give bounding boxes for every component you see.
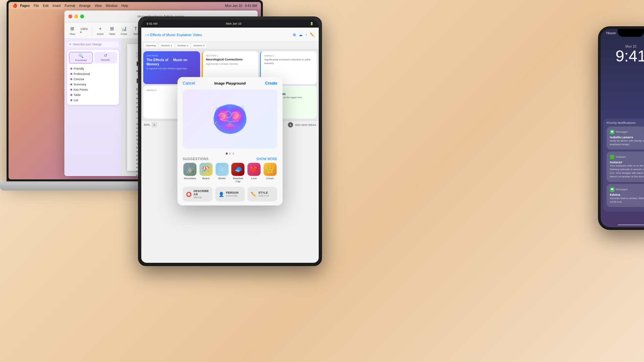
menu-edit[interactable]: Edit <box>43 4 49 8</box>
rewrite-icon: ↺ <box>104 53 107 58</box>
ipad-add-ideas: ADD NEW IDEAS <box>295 124 316 126</box>
iphone-notch <box>618 29 644 37</box>
svg-text:🎸: 🎸 <box>214 121 218 125</box>
sidebar-item-summary[interactable]: Summary <box>69 82 117 87</box>
menu-help[interactable]: Help <box>121 4 128 8</box>
baseball-icon: 🧢 <box>231 163 244 176</box>
sidebar-item-list[interactable]: List <box>69 98 117 103</box>
style-icon: ✏️ <box>251 192 256 197</box>
menu-pages[interactable]: Pages <box>20 4 30 8</box>
ai-create-button[interactable]: Create <box>265 81 277 86</box>
dot-icon <box>70 89 72 91</box>
ipad-zoom-plus[interactable]: + <box>152 122 157 127</box>
ipad-tool-icon-2[interactable]: ☁ <box>299 33 303 37</box>
ai-dialog-title: Image Playground <box>214 81 245 85</box>
ipad-section-1[interactable]: Section 1 <box>159 43 174 48</box>
ipad-tool-icon-3[interactable]: ↑ <box>305 33 307 37</box>
notification-2[interactable]: 🛒 Instacart Instacart Your Instacart ord… <box>607 151 644 182</box>
ipad-tool-icon-4[interactable]: ✏️ <box>310 33 315 37</box>
notif2-header: 🛒 Instacart <box>610 155 644 159</box>
menu-window[interactable]: Window <box>106 4 118 8</box>
writing-tools-row: 🔍 Proofread ↺ Rewrite <box>69 52 117 63</box>
sidebar-item-professional[interactable]: Professional <box>69 71 117 77</box>
menubar-date: Mon Jun 10 <box>225 4 242 8</box>
dot-icon <box>70 78 72 80</box>
sidebar-item-concise[interactable]: Concise <box>69 77 117 82</box>
toolbar-insert[interactable]: + Insert <box>95 24 105 37</box>
sidebar-header: ✦ Describe your change <box>67 41 119 47</box>
ai-person-btn[interactable]: 👤 PERSON CHOOSE... <box>215 187 245 202</box>
ai-dot-2[interactable] <box>229 153 231 155</box>
ai-cancel-button[interactable]: Cancel <box>183 81 195 86</box>
card-section1-title: Neurological Connections <box>206 58 255 62</box>
notif-group-header: Priority Notifications <box>607 121 644 124</box>
love-icon: ❤️ <box>247 163 261 176</box>
ai-image-dialog: Cancel Image Playground Create ••• <box>177 77 283 206</box>
window-controls[interactable] <box>68 14 84 18</box>
menu-view[interactable]: View <box>95 4 102 8</box>
ipad-tool-icon-1[interactable]: ⊕ <box>293 33 296 37</box>
pages-sidebar: ✦ Describe your change 🔍 Proofread ↺ <box>64 39 122 176</box>
apple-menu[interactable]: 🍎 <box>12 3 17 8</box>
toolbar-zoom[interactable]: 136% ▾ <box>79 26 89 35</box>
dot-icon <box>70 99 72 101</box>
style-btn-sub: SKETCH <box>258 194 269 197</box>
ai-suggestion-winter[interactable]: ❄️ Winter <box>215 163 229 183</box>
dot-icon <box>70 68 72 70</box>
notif3-header: 💬 Messages <box>610 187 644 192</box>
dot-icon <box>70 83 72 85</box>
ipad-doc-title-label: < Effects of Music Explainer Video <box>147 33 202 37</box>
sidebar-list: Friendly Professional Concise <box>69 66 117 103</box>
ai-suggestion-mountains[interactable]: ⛰️ Mountains <box>183 163 197 183</box>
table-icon: ⊞ <box>109 25 115 32</box>
notif2-sender: Instacart <box>610 161 644 164</box>
iphone-lock-time-display: 9:41 <box>601 48 644 64</box>
iphone-carrier: Tiburon <box>606 32 616 35</box>
menu-format[interactable]: Format <box>65 4 75 8</box>
toolbar-chart[interactable]: 📊 Chart <box>119 24 129 37</box>
ai-dot-1[interactable] <box>226 153 228 155</box>
describe-icon: ⭕ <box>186 192 192 197</box>
toolbar-table[interactable]: ⊞ Table <box>107 24 117 37</box>
sidebar-item-friendly[interactable]: Friendly <box>69 66 117 71</box>
ai-describe-image-btn[interactable]: ⭕ DESCRIBE AN IMAGE <box>183 187 213 202</box>
ai-suggestion-beach[interactable]: 🏖️ Beach <box>199 163 214 183</box>
sidebar-item-keypoints[interactable]: Key Points <box>69 87 117 92</box>
notif1-app-icon: 💬 <box>610 130 614 134</box>
notif3-sender: Edwina <box>610 193 644 196</box>
notification-1[interactable]: 💬 Messages Isabella Lamarre Invite for d… <box>607 126 644 149</box>
ipad-section-2[interactable]: Section 2 <box>175 43 190 48</box>
toolbar-view[interactable]: ⊞ View <box>67 24 78 37</box>
ipad-section-3[interactable]: Section 3 <box>192 43 206 48</box>
card-section2-text: Significantly increases retention in adu… <box>264 58 313 65</box>
ipad-back-button[interactable]: ‹ < Effects of Music Explainer Video <box>145 33 202 37</box>
ipad-body: 9:41 AM Mon Jun 10 🔋 ‹ < Effects of Musi… <box>138 16 322 266</box>
menu-insert[interactable]: Insert <box>53 4 61 8</box>
ai-suggestion-baseball[interactable]: 🧢 Baseball Cap <box>231 163 245 183</box>
menu-file[interactable]: File <box>34 4 39 8</box>
ai-style-btn[interactable]: ✏️ STYLE SKETCH <box>247 187 277 202</box>
card-section2-label: Section 2 <box>264 55 313 57</box>
rewrite-button[interactable]: ↺ Rewrite <box>94 52 117 63</box>
proofread-button[interactable]: 🔍 Proofread <box>69 52 93 63</box>
mac-menubar-items: Pages File Edit Insert Format Arrange Vi… <box>20 4 128 8</box>
iphone-notif-group: Priority Notifications 💬 Messages Isabel… <box>603 119 644 212</box>
ai-bottom-row: ⭕ DESCRIBE AN IMAGE 👤 PERSON CHOOSE... <box>177 187 283 206</box>
back-chevron-icon: ‹ <box>145 33 147 37</box>
crown-label: Crown <box>266 177 274 180</box>
maximize-button[interactable] <box>80 14 84 18</box>
ai-show-more-button[interactable]: SHOW MORE <box>256 157 277 161</box>
ipad-toolbar: ‹ < Effects of Music Explainer Video ⊕ ☁… <box>141 28 319 42</box>
ai-dot-3[interactable] <box>232 153 234 155</box>
ai-dialog-header: Cancel Image Playground Create <box>177 77 283 86</box>
ai-suggestion-crown[interactable]: 👑 Crown <box>263 163 277 183</box>
ipad-record-btn[interactable]: ● <box>288 122 293 127</box>
menu-arrange[interactable]: Arrange <box>79 4 91 8</box>
sidebar-item-table[interactable]: Table <box>69 92 117 98</box>
ipad-section-opening[interactable]: Opening <box>144 43 158 48</box>
close-button[interactable] <box>68 14 72 18</box>
ai-suggestion-love[interactable]: ❤️ Love <box>247 163 262 183</box>
minimize-button[interactable] <box>74 14 78 18</box>
beach-icon: 🏖️ <box>199 163 213 176</box>
notification-3[interactable]: 💬 Messages Edwina Summer interns arrived… <box>607 184 644 207</box>
